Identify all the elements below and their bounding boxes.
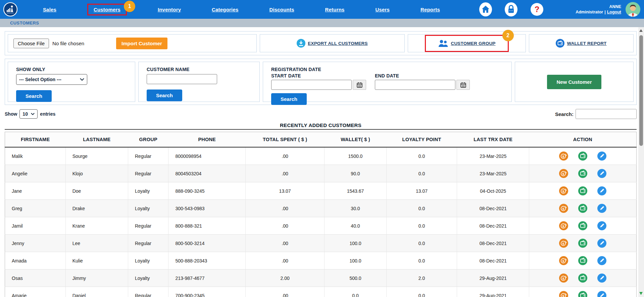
col-phone[interactable]: PHONE xyxy=(168,132,246,147)
cell-total-spent: .00 xyxy=(246,235,325,252)
coin-refund-action-button[interactable]: $ xyxy=(559,186,568,195)
choose-file-button[interactable]: Choose File xyxy=(13,39,49,48)
nav-item-sales[interactable]: Sales xyxy=(43,7,56,12)
cell-firstname: Osas xyxy=(5,270,66,287)
table-title: RECENTLY ADDED CUSTOMERS xyxy=(5,122,637,130)
col-group[interactable]: GROUP xyxy=(128,132,168,147)
lock-icon[interactable] xyxy=(505,2,517,16)
wallet-action-button[interactable] xyxy=(578,274,587,283)
table-row: Jane Doe Loyalty 888-090-3245 13.07 1543… xyxy=(5,182,637,200)
cell-last-trx-date: 08-Dec-2021 xyxy=(457,217,529,235)
nav-item-customers[interactable]: Customers xyxy=(94,7,120,12)
cell-total-spent: .00 xyxy=(246,200,325,217)
show-only-select[interactable]: --- Select Option --- xyxy=(16,74,87,85)
customer-group-link[interactable]: CUSTOMER GROUP xyxy=(438,40,495,47)
scroll-thumb[interactable] xyxy=(639,35,643,146)
cell-action: $ xyxy=(529,252,637,270)
cell-action: $ xyxy=(529,165,637,182)
scroll-down-arrow[interactable] xyxy=(639,292,643,295)
nav-item-reports[interactable]: Reports xyxy=(420,7,440,12)
cell-last-trx-date: 08-Dec-2021 xyxy=(457,235,529,252)
export-all-customers-link[interactable]: EXPORT ALL CUSTOMERS xyxy=(297,39,368,48)
nav-item-returns[interactable]: Returns xyxy=(325,7,345,12)
coin-refund-action-button[interactable]: $ xyxy=(559,152,568,161)
coin-refund-action-button[interactable]: $ xyxy=(559,169,568,178)
wallet-report-link[interactable]: WALLET REPORT xyxy=(556,39,606,48)
wallet-action-button[interactable] xyxy=(578,256,587,265)
svg-text:$: $ xyxy=(562,277,564,280)
cell-lastname: Jimmy xyxy=(65,270,128,287)
end-date-input[interactable] xyxy=(375,80,455,90)
wallet-action-button[interactable] xyxy=(578,291,587,297)
page-size-select[interactable]: 10 xyxy=(19,109,38,119)
cell-total-spent: .00 xyxy=(246,217,325,235)
col-total-spent[interactable]: TOTAL SPENT ( $ ) xyxy=(246,132,325,147)
coin-refund-action-button[interactable]: $ xyxy=(559,221,568,230)
cell-last-trx-date: 29-Aug-2021 xyxy=(457,270,529,287)
coin-refund-action-button[interactable]: $ xyxy=(559,274,568,283)
wallet-action-button[interactable] xyxy=(578,204,587,213)
wallet-action-button[interactable] xyxy=(578,169,587,178)
start-date-input[interactable] xyxy=(271,80,352,90)
table-row: Jamil Krane Regular 800-888-321 .00 40.0… xyxy=(5,217,637,235)
table-row: Jenny Lee Regular 800-500-3214 .00 100.0… xyxy=(5,235,637,252)
vertical-scrollbar[interactable] xyxy=(638,27,644,297)
customer-name-panel: CUSTOMER NAME Search xyxy=(138,62,260,102)
nav-item-categories[interactable]: Categories xyxy=(212,7,239,12)
table-row: Greg Drake Loyalty 300-543-0983 .00 30.0… xyxy=(5,200,637,217)
edit-pencil-action-button[interactable] xyxy=(597,221,606,230)
logout-link[interactable]: Logout xyxy=(607,10,621,14)
table-search-control: Search: xyxy=(555,109,637,119)
col-lastname[interactable]: LASTNAME xyxy=(65,132,128,147)
entries-label: entries xyxy=(40,111,55,117)
edit-pencil-action-button[interactable] xyxy=(597,169,606,178)
col-last-trx-date[interactable]: LAST TRX DATE xyxy=(457,132,529,147)
date-range-row: START DATE xyxy=(271,73,511,90)
cell-phone: 800-888-321 xyxy=(168,217,246,235)
wallet-action-button[interactable] xyxy=(578,221,587,230)
user-info: ANNE Administrator|Logout xyxy=(576,4,621,15)
start-date-calendar-button[interactable] xyxy=(353,80,366,90)
svg-text:$: $ xyxy=(562,155,564,158)
table-search-input[interactable] xyxy=(576,109,637,119)
col-loyalty-point[interactable]: LOYALTY POINT xyxy=(386,132,457,147)
wallet-action-button[interactable] xyxy=(578,239,587,248)
coin-refund-action-button[interactable]: $ xyxy=(559,291,568,297)
coin-refund-action-button[interactable]: $ xyxy=(559,256,568,265)
edit-pencil-action-button[interactable] xyxy=(597,152,606,161)
edit-pencil-action-button[interactable] xyxy=(597,204,606,213)
col-wallet[interactable]: WALLET( $ ) xyxy=(325,132,386,147)
nav-item-inventory[interactable]: Inventory xyxy=(158,7,181,12)
edit-pencil-action-button[interactable] xyxy=(597,239,606,248)
user-role: Administrator xyxy=(576,10,603,14)
customer-name-search-button[interactable]: Search xyxy=(147,90,182,101)
home-icon[interactable] xyxy=(479,2,492,16)
date-search-button[interactable]: Search xyxy=(271,93,307,105)
cell-wallet: 0.0 xyxy=(325,287,386,297)
cell-phone: 300-543-0983 xyxy=(168,200,246,217)
app-logo-icon[interactable] xyxy=(3,2,17,16)
wallet-action-button[interactable] xyxy=(578,186,587,195)
edit-pencil-action-button[interactable] xyxy=(597,291,606,297)
coin-refund-action-button[interactable]: $ xyxy=(559,204,568,213)
import-customer-button[interactable]: Import Customer xyxy=(116,38,167,49)
end-date-calendar-button[interactable] xyxy=(456,80,470,90)
col-firstname[interactable]: FIRSTNAME xyxy=(5,132,66,147)
wallet-action-button[interactable] xyxy=(578,152,587,161)
new-customer-button[interactable]: New Customer xyxy=(547,75,601,89)
coin-refund-action-button[interactable]: $ xyxy=(559,239,568,248)
edit-pencil-action-button[interactable] xyxy=(597,256,606,265)
edit-pencil-action-button[interactable] xyxy=(597,186,606,195)
user-avatar[interactable] xyxy=(625,2,641,17)
scroll-up-arrow[interactable] xyxy=(639,29,643,32)
question-icon[interactable]: ? xyxy=(530,3,544,16)
nav-item-discounts[interactable]: Discounts xyxy=(269,7,294,12)
edit-pencil-action-button[interactable] xyxy=(597,274,606,283)
customer-name-input[interactable] xyxy=(147,74,217,84)
cell-group: Regular xyxy=(128,147,168,165)
cell-firstname: Amarie xyxy=(5,287,66,297)
cell-lastname: Doe xyxy=(65,182,128,200)
table-row: Amarie Daniel Regular 700-900-2345 .00 0… xyxy=(5,287,637,297)
show-only-search-button[interactable]: Search xyxy=(16,90,52,102)
nav-item-users[interactable]: Users xyxy=(375,7,390,12)
